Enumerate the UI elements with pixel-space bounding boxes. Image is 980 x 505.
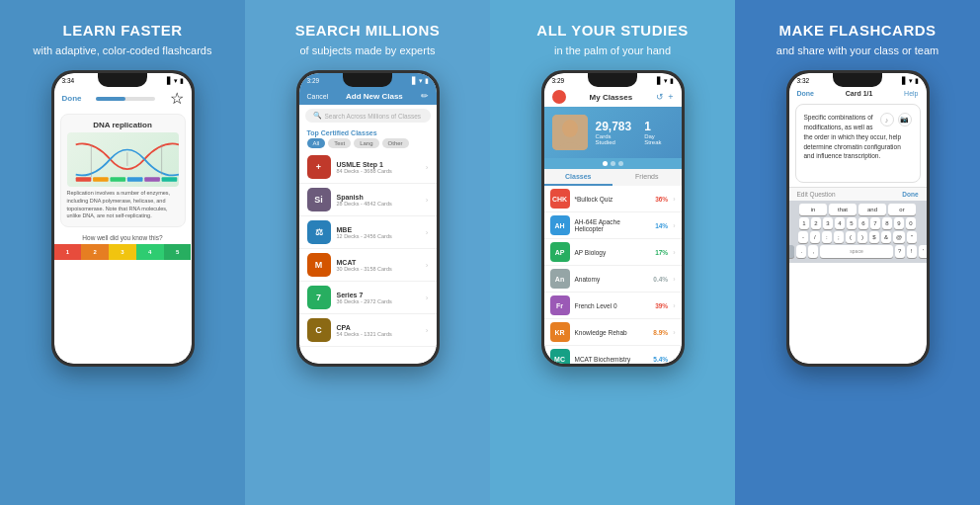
phone-4-toolbar: Done Card 1/1 Help [789, 87, 927, 100]
user-avatar [552, 115, 588, 150]
key-2[interactable]: 2 [811, 217, 821, 229]
key-and[interactable]: and [858, 204, 886, 215]
filter-tab-lang[interactable]: Lang [354, 138, 378, 148]
key-quote[interactable]: " [907, 231, 917, 243]
phone-3-class-list: CHK *Bullock Quiz 36% › AH AH-64E Apache… [544, 186, 682, 364]
class-row[interactable]: MC MCAT Biochemistry 5.4% › [544, 346, 682, 364]
class-name: AP Biology [575, 249, 651, 256]
class-info: MBE 12 Decks - 2456 Cards [337, 226, 420, 239]
svg-rect-9 [144, 178, 160, 182]
phone-2-search-bar[interactable]: 🔍 Search Across Millions of Classes [305, 109, 431, 123]
panel-3-heading: ALL YOUR STUDIES in the palm of your han… [536, 22, 688, 58]
class-row[interactable]: AP AP Biology 17% › [544, 239, 682, 266]
battery-icon: ▮ [425, 77, 429, 85]
phone-1-question: How well did you know this? [54, 231, 192, 244]
rating-1[interactable]: 1 [54, 244, 82, 260]
key-question[interactable]: ? [895, 245, 905, 258]
key-at[interactable]: @ [893, 231, 905, 243]
class-row[interactable]: AH AH-64E Apache Helicopter 14% › [544, 212, 682, 239]
phone-3-tabs: Classes Friends [544, 169, 682, 186]
key-semicolon[interactable]: ; [834, 231, 844, 243]
plus-icon[interactable]: + [668, 92, 673, 102]
panel-4-title: MAKE FLASHCARDS [776, 22, 939, 40]
class-item[interactable]: + USMLE Step 1 84 Decks - 3688 Cards › [299, 151, 437, 184]
phone-2-cancel-btn[interactable]: Cancel [307, 93, 329, 100]
class-item[interactable]: 7 Series 7 36 Decks - 2972 Cards › [299, 282, 437, 314]
camera-icon[interactable]: 📷 [898, 113, 912, 126]
key-slash[interactable]: / [810, 231, 820, 243]
class-name: Knowledge Rehab [575, 329, 649, 336]
dot-1 [603, 161, 608, 166]
key-exclaim[interactable]: ! [907, 245, 917, 258]
key-or[interactable]: or [888, 204, 916, 215]
phone-2-notch [343, 73, 392, 87]
key-in[interactable]: in [799, 204, 827, 215]
keyboard-row-misc: ##... . , space ? ! ' ⌫ [791, 245, 925, 258]
phone-2-status-icons: ▋ ▾ ▮ [412, 77, 429, 85]
spacebar[interactable]: space [820, 245, 892, 258]
key-closeparen[interactable]: ) [858, 231, 867, 243]
chevron-right-icon: › [673, 276, 675, 283]
phone-2-header-title: Add New Class [346, 92, 403, 101]
class-row[interactable]: KR Knowledge Rehab 8.9% › [544, 319, 682, 346]
svg-rect-10 [161, 178, 177, 182]
key-1[interactable]: 1 [799, 217, 809, 229]
key-0[interactable]: 0 [906, 217, 916, 229]
chevron-right-icon: › [673, 302, 675, 309]
key-8[interactable]: 8 [882, 217, 892, 229]
key-amp[interactable]: & [881, 231, 891, 243]
class-icon: + [307, 155, 331, 179]
phone-1-rating-bar[interactable]: 1 2 3 4 5 [54, 244, 192, 260]
key-colon[interactable]: : [822, 231, 832, 243]
key-9[interactable]: 9 [894, 217, 904, 229]
class-item[interactable]: Si Spanish 28 Decks - 4842 Cards › [299, 184, 437, 216]
key-6[interactable]: 6 [858, 217, 868, 229]
key-comma[interactable]: , [808, 245, 818, 258]
phone-4-card-area[interactable]: ♪ 📷 Specific combinations of modificatio… [795, 104, 921, 183]
phone-2-header: Cancel Add New Class ✏ [299, 87, 437, 105]
filter-tab-text[interactable]: Text [328, 138, 351, 148]
rating-2[interactable]: 2 [81, 244, 109, 260]
key-openparen[interactable]: ( [846, 231, 856, 243]
key-7[interactable]: 7 [870, 217, 880, 229]
class-item[interactable]: C CPA 54 Decks - 1321 Cards › [299, 314, 437, 347]
tab-classes[interactable]: Classes [544, 169, 613, 186]
phone-1-done-btn[interactable]: Done [62, 94, 82, 103]
filter-tab-all[interactable]: All [307, 138, 326, 148]
class-icon: 7 [307, 286, 331, 309]
key-3[interactable]: 3 [823, 217, 833, 229]
key-period[interactable]: . [796, 245, 806, 258]
class-item[interactable]: M MCAT 30 Decks - 3158 Cards › [299, 249, 437, 282]
class-name: CPA [337, 324, 420, 331]
key-dollar[interactable]: $ [869, 231, 879, 243]
phone-4-edit-done[interactable]: Done [902, 191, 918, 198]
key-that[interactable]: that [829, 204, 857, 215]
class-name: Spanish [337, 194, 420, 201]
key-4[interactable]: 4 [835, 217, 845, 229]
edit-icon[interactable]: ✏ [421, 91, 429, 101]
key-5[interactable]: 5 [847, 217, 857, 229]
rating-5[interactable]: 5 [164, 244, 192, 260]
class-row[interactable]: An Anatomy 0.4% › [544, 266, 682, 293]
rating-4[interactable]: 4 [136, 244, 164, 260]
class-row[interactable]: Fr French Level 0 39% › [544, 293, 682, 319]
class-icon: KR [550, 322, 570, 342]
class-name: MCAT Biochemistry [575, 356, 649, 363]
class-item[interactable]: ⚖ MBE 12 Decks - 2456 Cards › [299, 216, 437, 249]
svg-rect-6 [93, 178, 109, 182]
key-hash[interactable]: ##... [789, 245, 795, 258]
rating-3[interactable]: 3 [109, 244, 136, 260]
panel-1-subtitle: with adaptive, color-coded flashcards [34, 43, 212, 58]
tab-friends[interactable]: Friends [612, 169, 682, 186]
class-row[interactable]: CHK *Bullock Quiz 36% › [544, 186, 682, 212]
key-apostrophe[interactable]: ' [919, 245, 927, 258]
refresh-icon[interactable]: ↺ [656, 92, 664, 102]
filter-tab-other[interactable]: Other [382, 138, 409, 148]
key-dash[interactable]: - [798, 231, 808, 243]
class-pct: 17% [655, 249, 668, 256]
phone-4-help-btn[interactable]: Help [904, 90, 918, 97]
audio-icon[interactable]: ♪ [880, 113, 894, 126]
phone-4-status-icons: ▋ ▾ ▮ [902, 77, 919, 85]
svg-rect-5 [75, 178, 91, 182]
phone-4-done-btn[interactable]: Done [797, 90, 815, 97]
